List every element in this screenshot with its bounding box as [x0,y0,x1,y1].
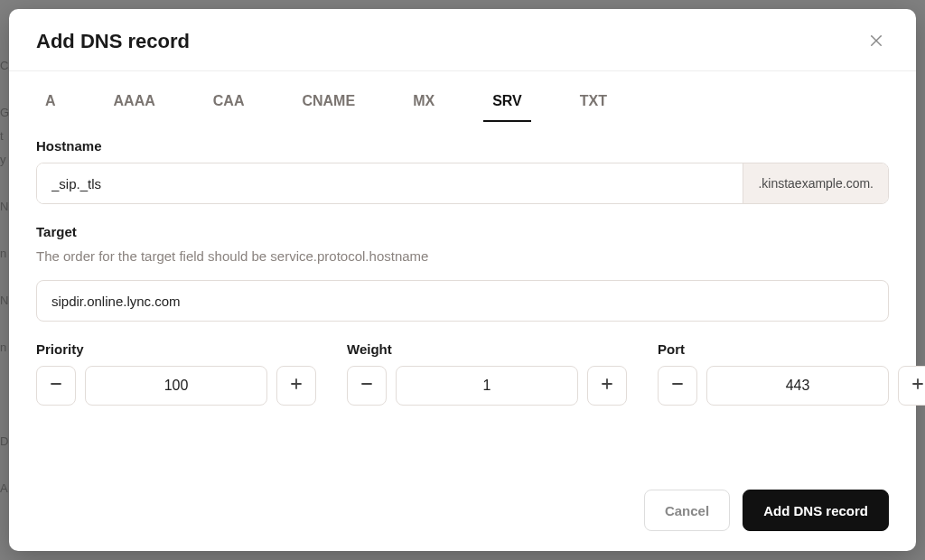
add-dns-record-modal: Add DNS record A AAAA CAA CNAME MX SRV T… [9,9,916,551]
target-input[interactable] [36,280,889,322]
target-label: Target [36,224,889,239]
cancel-button[interactable]: Cancel [644,490,730,531]
port-decrement-button[interactable] [658,366,697,406]
port-group: Port [658,341,925,406]
record-type-tabs: A AAAA CAA CNAME MX SRV TXT [9,82,916,122]
submit-button[interactable]: Add DNS record [743,490,889,531]
weight-group: Weight [347,341,627,406]
hostname-input-group: .kinstaexample.com. [36,163,889,204]
priority-label: Priority [36,341,316,357]
modal-header: Add DNS record [9,9,916,70]
priority-input[interactable] [85,366,267,406]
tab-aaaa[interactable]: AAAA [105,82,164,122]
weight-label: Weight [347,341,627,357]
header-divider [9,70,916,71]
priority-increment-button[interactable] [276,366,316,406]
modal-title: Add DNS record [36,30,190,53]
tab-a[interactable]: A [36,82,65,122]
plus-icon [600,377,614,395]
plus-icon [289,377,304,395]
minus-icon [670,377,685,395]
tab-txt[interactable]: TXT [571,82,616,122]
target-helper-text: The order for the target field should be… [36,248,889,264]
priority-decrement-button[interactable] [36,366,76,406]
tab-mx[interactable]: MX [404,82,444,122]
port-input[interactable] [706,366,889,406]
port-stepper [658,366,925,406]
minus-icon [49,377,63,395]
target-group: Target The order for the target field sh… [36,224,889,322]
backdrop-obscured-text: C G t y N n N n D A [0,0,9,500]
port-label: Port [658,341,925,357]
tab-caa[interactable]: CAA [204,82,254,122]
hostname-domain-suffix: .kinstaexample.com. [743,163,888,203]
tab-srv[interactable]: SRV [483,82,531,122]
hostname-input[interactable] [37,163,743,203]
close-button[interactable] [864,29,889,54]
minus-icon [360,377,374,395]
weight-increment-button[interactable] [587,366,627,406]
hostname-group: Hostname .kinstaexample.com. [36,138,889,204]
form-body: Hostname .kinstaexample.com. Target The … [9,138,916,446]
modal-footer: Cancel Add DNS record [9,475,916,551]
port-increment-button[interactable] [898,366,925,406]
weight-decrement-button[interactable] [347,366,387,406]
priority-stepper [36,366,316,406]
priority-group: Priority [36,341,316,406]
numeric-fields-row: Priority Weight [36,341,889,406]
close-icon [870,33,883,51]
weight-stepper [347,366,627,406]
plus-icon [911,377,925,395]
tab-cname[interactable]: CNAME [293,82,364,122]
hostname-label: Hostname [36,138,889,154]
weight-input[interactable] [396,366,578,406]
